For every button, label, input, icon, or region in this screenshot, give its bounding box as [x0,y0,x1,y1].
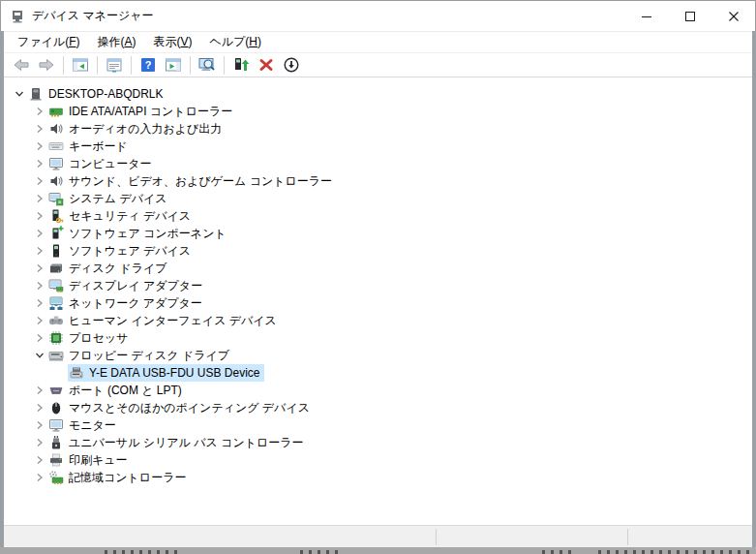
tree-item-content: ディスプレイ アダプター [47,277,207,294]
disk-icon [48,261,64,276]
status-separator [627,529,628,545]
tree-item-usb-controllers[interactable]: ユニバーサル シリアル バス コントローラー [4,434,752,451]
chevron-collapsed-icon[interactable] [32,435,47,450]
sw-device-icon [48,243,64,259]
chevron-collapsed-icon[interactable] [32,261,47,276]
maximize-button[interactable] [668,1,711,31]
tree-item-label: ディスク ドライブ [69,261,169,277]
scan-hardware-changes-button[interactable] [195,54,220,77]
chevron-collapsed-icon[interactable] [32,121,47,137]
tree-item-security-devices[interactable]: セキュリティ デバイス [4,207,752,225]
tree-item-content: セキュリティ デバイス [47,207,196,225]
console-tree-icon [72,56,89,74]
menu-help[interactable]: ヘルプ(H) [201,31,271,53]
scan-monitor-magnifier-icon [198,56,216,74]
monitor-icon [48,156,64,171]
toolbar-separator [131,56,132,75]
disable-device-button[interactable] [279,54,304,77]
status-separator [436,529,437,545]
tree-item-floppy-disk-drives[interactable]: フロッピー ディスク ドライブ [4,347,752,364]
chevron-collapsed-icon[interactable] [32,156,47,171]
chevron-expanded-icon[interactable] [12,86,27,102]
tree-item-display-adapters[interactable]: ディスプレイ アダプター [4,277,752,294]
chevron-collapsed-icon[interactable] [32,295,47,311]
cpu-icon [48,330,64,346]
chevron-collapsed-icon[interactable] [32,208,47,224]
chevron-collapsed-icon[interactable] [32,191,47,206]
circle-down-arrow-icon [283,56,300,74]
tree-item-label: コンピューター [69,156,153,172]
minimize-button[interactable] [624,1,668,31]
action-pane-button[interactable] [161,54,186,77]
forward-button[interactable] [34,54,59,77]
close-button[interactable] [711,1,755,31]
chevron-collapsed-icon[interactable] [32,104,47,119]
chevron-collapsed-icon[interactable] [32,383,47,398]
show-console-tree-button[interactable] [68,54,93,77]
chevron-expanded-icon[interactable] [32,348,47,363]
action-pane-icon [165,56,182,74]
tree-item-mice-pointing[interactable]: マウスとそのほかのポインティング デバイス [4,399,752,416]
window-title: デバイス マネージャー [32,8,624,24]
chevron-collapsed-icon[interactable] [32,226,47,241]
tree-item-audio-inputs-outputs[interactable]: オーディオの入力および出力 [4,120,752,138]
tree-item-content: ソフトウェア デバイス [47,242,196,260]
tree-item-label: IDE ATA/ATAPI コントローラー [69,104,234,120]
tree-item-label: 印刷キュー [69,452,130,469]
tree-item-label: ポート (COM と LPT) [69,383,184,399]
menu-file[interactable]: ファイル(F) [9,31,88,53]
tree-item-label: フロッピー ディスク ドライブ [69,348,231,364]
properties-button[interactable] [102,54,127,77]
tree-item-system-devices[interactable]: システム デバイス [4,190,752,207]
chevron-collapsed-icon[interactable] [32,138,47,154]
tree-item-disk-drives[interactable]: ディスク ドライブ [4,260,752,277]
tree-item-label: ソフトウェア デバイス [69,243,193,260]
background-window-text-fragment [598,550,753,554]
chevron-collapsed-icon[interactable] [32,400,47,416]
tree-item-software-devices[interactable]: ソフトウェア デバイス [4,242,752,260]
tree-item-ports-com-lpt[interactable]: ポート (COM と LPT) [4,382,752,399]
back-button[interactable] [9,54,34,77]
menu-view[interactable]: 表示(V) [144,31,200,53]
tree-item-content: サウンド、ビデオ、およびゲーム コントローラー [47,172,337,190]
tree-item-keyboards[interactable]: キーボード [4,138,752,155]
tree-item-network-adapters[interactable]: ネットワーク アダプター [4,294,752,312]
tree-item-ide-ata-atapi[interactable]: IDE ATA/ATAPI コントローラー [4,103,752,120]
chevron-collapsed-icon[interactable] [32,330,47,346]
tree-item-storage-controllers[interactable]: 記憶域コントローラー [4,469,752,486]
tree-item-computer[interactable]: コンピューター [4,155,752,172]
background-window-text-fragment [542,550,571,554]
chevron-collapsed-icon[interactable] [32,173,47,189]
chevron-collapsed-icon[interactable] [32,243,47,259]
uninstall-device-button[interactable] [254,54,279,77]
tree-item-processors[interactable]: プロセッサ [4,329,752,347]
tree-item-hid-devices[interactable]: ヒューマン インターフェイス デバイス [4,312,752,329]
tree-item-ye-data-usb-fdu[interactable]: Y-E DATA USB-FDU USB Device [4,364,752,382]
tree-item-print-queues[interactable]: 印刷キュー [4,451,752,469]
svg-text:?: ? [145,59,152,71]
menu-action[interactable]: 操作(A) [88,31,144,53]
window-controls [624,1,755,31]
hid-icon [48,313,64,328]
floppy-device-icon [69,365,84,381]
tree-item-content: ポート (COM と LPT) [47,382,187,399]
background-window-strip [0,547,756,554]
titlebar: デバイス マネージャー [0,0,756,31]
update-driver-button[interactable] [228,54,254,77]
tree-item-content: IDE ATA/ATAPI コントローラー [47,103,237,120]
menu-bar: ファイル(F)操作(A)表示(V)ヘルプ(H) [4,31,752,52]
tree-item-software-components[interactable]: ソフトウェア コンポーネント [4,225,752,242]
chevron-collapsed-icon[interactable] [32,417,47,433]
chevron-collapsed-icon[interactable] [32,278,47,293]
chevron-collapsed-icon[interactable] [32,452,47,468]
toolbar-separator [190,56,191,75]
chevron-collapsed-icon[interactable] [32,470,47,485]
tree-item-label: ネットワーク アダプター [69,295,204,312]
status-bar [4,525,752,547]
arrow-right-icon [38,56,55,74]
help-button[interactable]: ? [136,54,161,77]
tree-item-monitors[interactable]: モニター [4,416,752,434]
chevron-collapsed-icon[interactable] [32,313,47,328]
tree-item-sound-video-game[interactable]: サウンド、ビデオ、およびゲーム コントローラー [4,172,752,190]
tree-item-desktop-abqdrlk[interactable]: DESKTOP-ABQDRLK [4,85,752,103]
